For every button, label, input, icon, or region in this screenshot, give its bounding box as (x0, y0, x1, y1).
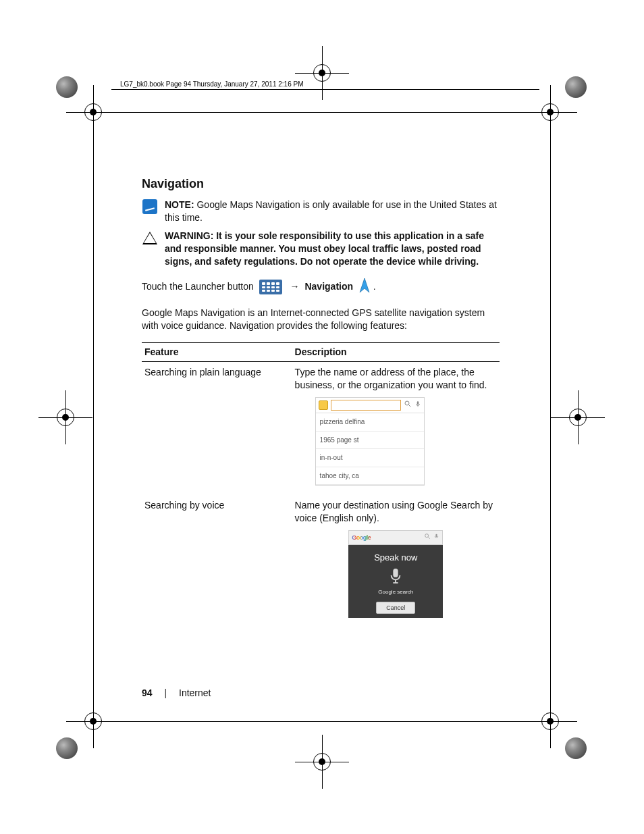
mic-icon (414, 400, 421, 411)
search-icon (404, 400, 412, 411)
registration-mark-icon (295, 735, 349, 789)
footer-section: Internet (179, 687, 211, 698)
feature-description: Name your destination using Google Searc… (295, 500, 493, 523)
intro-paragraph: Google Maps Navigation is an Internet-co… (142, 307, 500, 332)
registration-mark-icon (523, 85, 577, 139)
book-header-text: LG7_bk0.book Page 94 Thursday, January 2… (120, 80, 303, 88)
mic-icon (433, 533, 439, 542)
registration-mark-icon (66, 85, 120, 139)
page-footer: 94 | Internet (142, 687, 211, 698)
svg-point-4 (425, 534, 429, 538)
speak-now-title: Speak now (348, 552, 443, 564)
feature-name: Searching by voice (142, 495, 292, 627)
registration-mark-icon (523, 694, 577, 748)
print-crop-line (93, 98, 94, 736)
warning-label: WARNING: (165, 230, 213, 241)
page-number: 94 (142, 687, 153, 698)
table-row: Searching in plain language Type the nam… (142, 362, 500, 495)
section-title: Navigation (142, 176, 500, 192)
search-suggestion: 1965 page st (316, 432, 424, 450)
print-crop-line (78, 112, 567, 113)
registration-mark-icon (38, 390, 92, 444)
table-header-description: Description (292, 343, 500, 362)
book-header-rule (111, 89, 539, 90)
features-table: Feature Description Searching in plain l… (142, 342, 500, 627)
google-search-screenshot: pizzeria delfina 1965 page st in-n-out t… (315, 397, 425, 486)
search-suggestion: in-n-out (316, 449, 424, 467)
launcher-pretext: Touch the Launcher button (142, 281, 257, 292)
search-suggestion: tahoe city, ca (316, 467, 424, 486)
registration-mark-icon (295, 46, 349, 100)
page-content: Navigation NOTE: Google Maps Navigation … (142, 176, 500, 627)
table-header-feature: Feature (142, 343, 292, 362)
warning-callout: ! WARNING: It is your sole responsibilit… (142, 230, 500, 268)
svg-line-1 (408, 405, 410, 407)
footer-separator: | (164, 687, 167, 698)
feature-name: Searching in plain language (142, 362, 292, 495)
mic-icon (388, 567, 403, 585)
table-row: Searching by voice Name your destination… (142, 495, 500, 627)
navigation-arrow-icon (358, 278, 371, 297)
note-icon (142, 199, 158, 215)
google-logo-text: Google (352, 533, 371, 542)
arrow-icon: → (290, 281, 300, 292)
note-label: NOTE: (165, 199, 194, 210)
google-g-icon (319, 400, 328, 410)
note-callout: NOTE: Google Maps Navigation is only ava… (142, 199, 500, 224)
search-suggestion: pizzeria delfina (316, 413, 424, 432)
cancel-button-depiction: Cancel (376, 602, 415, 614)
launcher-button-icon (259, 280, 282, 294)
print-crop-line (78, 721, 567, 722)
registration-mark-icon (66, 694, 120, 748)
speak-now-screenshot: Google Speak now (348, 530, 443, 618)
launcher-period: . (373, 281, 376, 292)
note-text: Google Maps Navigation is only available… (165, 199, 497, 223)
launcher-instruction: Touch the Launcher button → Navigation . (142, 278, 500, 297)
navigation-word: Navigation (304, 281, 353, 292)
svg-rect-6 (436, 534, 437, 538)
feature-description: Type the name or address of the place, t… (295, 367, 487, 390)
svg-point-0 (405, 401, 409, 405)
registration-mark-icon (551, 390, 605, 444)
svg-rect-7 (394, 569, 398, 577)
svg-line-5 (429, 538, 431, 540)
svg-rect-2 (417, 401, 419, 405)
warning-icon: ! (142, 230, 158, 246)
search-icon (424, 533, 431, 542)
speak-now-subtitle: Google search (348, 589, 443, 596)
search-input-depiction (331, 400, 401, 411)
